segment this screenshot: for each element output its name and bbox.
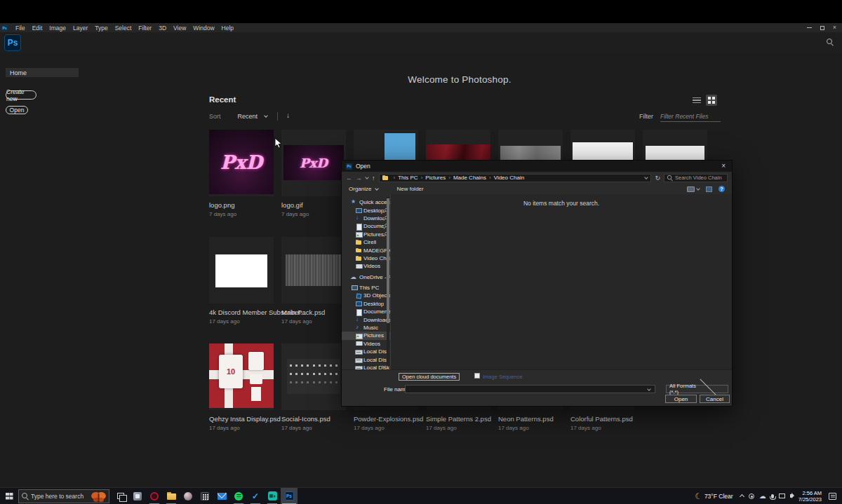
taskbar-icon-camera-app[interactable] <box>264 488 281 504</box>
thumbnail-view-button[interactable] <box>687 186 700 192</box>
refresh-icon[interactable]: ↻ <box>655 175 660 182</box>
tree-music[interactable]: Music <box>342 324 390 332</box>
address-bar[interactable]: › This PC › Pictures › Made Chains › Vid… <box>379 174 652 182</box>
up-icon[interactable]: ↑ <box>372 175 375 182</box>
menu-layer[interactable]: Layer <box>69 25 91 32</box>
dialog-open-button[interactable]: Open <box>665 395 697 403</box>
recent-card-main-pack[interactable]: Main Pack.psd 17 days ago <box>281 237 346 325</box>
taskbar-icon-app-sphere[interactable] <box>180 488 196 504</box>
minimize-icon[interactable] <box>807 27 812 28</box>
tray-gear-icon[interactable] <box>749 493 754 499</box>
open-button[interactable]: Open <box>6 106 28 114</box>
menu-type[interactable]: Type <box>91 25 111 32</box>
sidebar-item-home[interactable]: Home <box>6 68 79 77</box>
close-icon[interactable]: × <box>833 25 836 31</box>
recent-card-social-icons[interactable]: Social-Icons.psd 17 days ago <box>281 343 346 431</box>
chevron-down-icon[interactable] <box>264 114 268 118</box>
new-folder-button[interactable]: New folder <box>396 186 423 192</box>
menu-edit[interactable]: Edit <box>29 25 46 32</box>
recent-card-logo-gif[interactable]: PxD logo.gif 7 days ago <box>281 130 346 217</box>
taskbar-icon-spotify[interactable] <box>230 488 247 504</box>
tree-this-pc[interactable]: This PC <box>342 284 390 292</box>
tree-onedrive[interactable]: OneDrive - Person <box>342 273 390 281</box>
sort-dropdown[interactable]: Recent <box>238 113 258 120</box>
format-select[interactable]: All Formats (*.*) <box>666 385 728 393</box>
recent-card-qehzy-insta[interactable]: 10 Qehzy Insta Display.psd 17 days ago <box>209 343 274 431</box>
menu-filter[interactable]: Filter <box>135 25 155 32</box>
create-new-button[interactable]: Create new <box>6 90 36 100</box>
tree-madegfx[interactable]: MADEGFX <box>342 246 390 254</box>
tray-onedrive-icon[interactable]: ☁ <box>759 493 766 500</box>
maximize-icon[interactable] <box>820 26 824 30</box>
help-icon[interactable]: ? <box>719 186 725 192</box>
grid-view-icon[interactable] <box>706 95 717 106</box>
file-list-area[interactable]: No items match your search. <box>391 194 732 369</box>
taskbar-icon-task-view[interactable] <box>112 488 129 504</box>
taskbar-icon-photos[interactable] <box>129 488 146 504</box>
list-view-icon[interactable] <box>692 96 702 104</box>
menu-3d[interactable]: 3D <box>155 25 170 32</box>
tree-pictures[interactable]: Pictures <box>342 231 390 238</box>
action-center-icon[interactable] <box>829 493 836 500</box>
tree-desktop[interactable]: Desktop <box>342 206 390 214</box>
tree-scrollbar[interactable] <box>387 197 389 365</box>
breadcrumb-made-chains[interactable]: Made Chains <box>453 175 486 181</box>
tree-downloads[interactable]: Downloads <box>342 214 390 222</box>
tree-local-disk-c[interactable]: Local Disk (C:) <box>342 348 390 355</box>
moon-weather-icon[interactable]: ☾ <box>695 492 702 500</box>
tree-pc-desktop[interactable]: Desktop <box>342 300 390 308</box>
breadcrumb-this-pc[interactable]: This PC <box>398 175 417 181</box>
taskbar-icon-file-explorer[interactable] <box>163 488 180 504</box>
taskbar-icon-mail[interactable] <box>213 488 230 504</box>
tree-documents[interactable]: Documents <box>342 222 390 230</box>
sort-direction-icon[interactable]: ↓ <box>286 111 290 119</box>
file-name-input[interactable] <box>405 385 655 393</box>
filter-input[interactable] <box>660 112 721 122</box>
tray-expand-chevron-icon[interactable] <box>740 494 744 499</box>
tree-local-disk-d[interactable]: Local Disk (D:) <box>342 355 390 363</box>
recent-card-logo-png[interactable]: PxD logo.png 7 days ago <box>209 130 274 217</box>
breadcrumb-video-chain[interactable]: Video Chain <box>494 175 524 181</box>
tray-volume-icon[interactable] <box>790 494 792 498</box>
menu-file[interactable]: File <box>12 25 29 32</box>
dialog-titlebar[interactable]: Ps Open × <box>342 161 732 172</box>
taskbar-clock[interactable]: 2:56 AM 7/25/2023 <box>798 490 822 503</box>
menu-window[interactable]: Window <box>189 25 218 32</box>
open-cloud-documents-button[interactable]: Open cloud documents <box>399 373 460 381</box>
dialog-cancel-button[interactable]: Cancel <box>700 395 730 403</box>
menu-help[interactable]: Help <box>218 25 237 32</box>
image-sequence-checkbox[interactable] <box>474 373 480 379</box>
breadcrumb-pictures[interactable]: Pictures <box>425 175 446 181</box>
details-pane-icon[interactable] <box>706 186 712 192</box>
history-chevron-icon[interactable] <box>365 175 369 179</box>
start-button[interactable] <box>0 488 18 504</box>
tree-pc-downloads[interactable]: Downloads <box>342 315 390 323</box>
taskbar-search[interactable] <box>18 489 109 503</box>
tree-pc-documents[interactable]: Documents <box>342 308 390 315</box>
tree-video-chain[interactable]: Video Chain <box>342 254 390 262</box>
tree-quick-access[interactable]: Quick access <box>342 198 390 206</box>
tree-3d-objects[interactable]: 3D Objects <box>342 292 390 299</box>
taskbar-icon-calculator[interactable] <box>196 488 213 504</box>
taskbar-icon-opera-gx[interactable] <box>146 488 163 504</box>
tray-display-icon[interactable] <box>779 493 785 498</box>
tree-pc-pictures-selected[interactable]: Pictures <box>342 332 390 339</box>
recent-card-discord-display[interactable]: 4k Discord Member Subscriber... 17 days … <box>209 237 274 325</box>
header-search-icon[interactable] <box>827 39 835 47</box>
dialog-search-input[interactable] <box>675 175 725 181</box>
organize-button[interactable]: Organize <box>349 186 371 192</box>
tree-videos[interactable]: Videos <box>342 262 390 270</box>
menu-view[interactable]: View <box>170 25 189 32</box>
forward-icon[interactable]: → <box>356 175 362 182</box>
dialog-search-box[interactable] <box>664 174 728 182</box>
tray-microphone-icon[interactable] <box>771 494 774 498</box>
dialog-close-icon[interactable]: × <box>719 163 728 170</box>
address-chevron-icon[interactable] <box>645 175 649 179</box>
taskbar-icon-check-app[interactable]: ✓ <box>247 488 264 504</box>
tree-cirell[interactable]: Cirell <box>342 238 390 246</box>
tree-pc-videos[interactable]: Videos <box>342 340 390 348</box>
taskbar-icon-photoshop[interactable]: Ps <box>281 488 298 504</box>
weather-text[interactable]: 73°F Clear <box>704 493 733 500</box>
menu-select[interactable]: Select <box>112 25 135 32</box>
back-icon[interactable]: ← <box>346 175 352 182</box>
